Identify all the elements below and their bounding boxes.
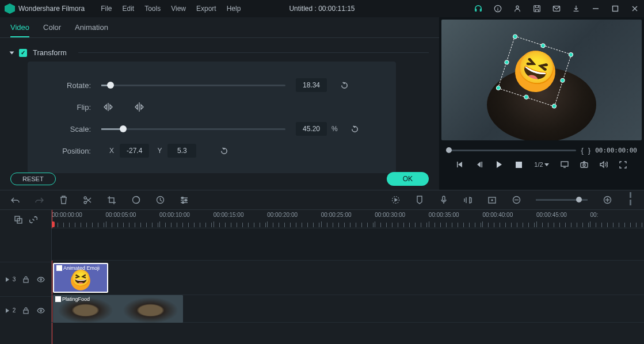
ok-button[interactable]: OK bbox=[387, 172, 429, 186]
preview-canvas[interactable] bbox=[441, 20, 642, 140]
timeline-markers-icon[interactable] bbox=[627, 192, 634, 208]
document-title: Untitled : 00:00:11:15 bbox=[289, 5, 355, 13]
account-icon[interactable] bbox=[513, 4, 522, 13]
tab-color[interactable]: Color bbox=[43, 23, 61, 37]
editor-tabs: Video Color Animation bbox=[0, 17, 439, 38]
track-lane-empty[interactable] bbox=[52, 228, 644, 261]
menu-tools[interactable]: Tools bbox=[144, 5, 161, 13]
step-back-icon[interactable] bbox=[475, 160, 483, 169]
zoom-in-icon[interactable] bbox=[603, 196, 612, 205]
snapshot-icon[interactable] bbox=[580, 160, 588, 169]
svg-point-15 bbox=[182, 201, 184, 203]
track-lane-2[interactable]: PlatingFood bbox=[52, 295, 644, 323]
speed-icon[interactable] bbox=[155, 196, 165, 205]
voiceover-icon[interactable] bbox=[439, 196, 448, 205]
close-icon[interactable] bbox=[630, 4, 639, 13]
timeline: 3 2 00:00:00:00 00:00:05:00 00:00:10:00 … bbox=[0, 209, 644, 344]
clip-label: PlatingFood bbox=[62, 296, 90, 302]
clip-type-icon bbox=[55, 296, 61, 302]
layer-panel-icon[interactable] bbox=[14, 215, 23, 224]
render-icon[interactable] bbox=[391, 196, 400, 205]
marker-icon[interactable] bbox=[415, 196, 424, 205]
preview-timecode: 00:00:00:00 bbox=[595, 147, 637, 154]
lock-icon[interactable] bbox=[21, 275, 31, 284]
svg-point-9 bbox=[84, 197, 86, 199]
lock-icon[interactable] bbox=[21, 306, 31, 315]
undo-icon[interactable] bbox=[10, 196, 20, 205]
playback-ratio[interactable]: 1/2 bbox=[534, 161, 548, 168]
scale-reset-icon[interactable] bbox=[350, 124, 360, 133]
clip-food[interactable]: PlatingFood bbox=[53, 295, 183, 323]
scale-row: Scale: 45.20 % bbox=[46, 118, 378, 140]
scale-slider[interactable] bbox=[101, 128, 285, 130]
flip-label: Flip: bbox=[46, 103, 91, 112]
time-ruler[interactable]: 00:00:00:00 00:00:05:00 00:00:10:00 00:0… bbox=[52, 210, 644, 228]
rotate-slider[interactable] bbox=[101, 85, 285, 86]
maximize-icon[interactable] bbox=[611, 4, 620, 13]
fullscreen-icon[interactable] bbox=[619, 160, 627, 169]
svg-rect-6 bbox=[561, 162, 568, 166]
x-label: X bbox=[109, 147, 114, 155]
timeline-toolbar bbox=[0, 190, 644, 209]
redo-icon[interactable] bbox=[35, 196, 44, 205]
rotate-value[interactable]: 18.34 bbox=[296, 78, 327, 92]
menu-edit[interactable]: Edit bbox=[123, 5, 135, 13]
position-reset-icon[interactable] bbox=[219, 146, 228, 155]
track-body[interactable]: 00:00:00:00 00:00:05:00 00:00:10:00 00:0… bbox=[52, 210, 644, 344]
clip-emoji[interactable]: Animated Emoji 😆 bbox=[53, 263, 108, 293]
minimize-icon[interactable] bbox=[591, 4, 600, 13]
delete-icon[interactable] bbox=[59, 196, 68, 205]
seek-bar[interactable] bbox=[446, 150, 576, 151]
menu-export[interactable]: Export bbox=[196, 5, 216, 13]
zoom-slider[interactable] bbox=[536, 199, 588, 201]
track-lane-3[interactable]: Animated Emoji 😆 bbox=[52, 261, 644, 295]
scale-value[interactable]: 45.20 bbox=[296, 122, 327, 136]
tab-video[interactable]: Video bbox=[10, 23, 29, 37]
display-icon[interactable] bbox=[561, 160, 569, 169]
transform-header[interactable]: ✓ Transform bbox=[10, 48, 429, 57]
volume-icon[interactable] bbox=[600, 160, 608, 169]
menu-help[interactable]: Help bbox=[227, 5, 241, 13]
collapse-icon[interactable] bbox=[10, 51, 14, 54]
mark-out-icon[interactable]: } bbox=[588, 146, 590, 155]
download-icon[interactable] bbox=[571, 4, 581, 13]
transform-title: Transform bbox=[33, 48, 67, 57]
zoom-out-icon[interactable] bbox=[512, 196, 521, 205]
position-x-value[interactable]: -27.4 bbox=[120, 144, 149, 158]
mixer-icon[interactable] bbox=[487, 196, 497, 205]
flip-horizontal-icon[interactable] bbox=[101, 101, 115, 113]
mark-in-icon[interactable]: { bbox=[581, 146, 583, 155]
flip-vertical-icon[interactable] bbox=[132, 101, 146, 113]
playback-controls: 1/2 bbox=[439, 158, 644, 173]
svg-point-19 bbox=[491, 200, 493, 201]
headset-icon[interactable] bbox=[474, 4, 483, 13]
reset-button[interactable]: RESET bbox=[10, 173, 56, 185]
adjust-icon[interactable] bbox=[180, 196, 189, 205]
flip-row: Flip: bbox=[46, 96, 378, 118]
mail-icon[interactable] bbox=[552, 4, 561, 13]
svg-point-25 bbox=[40, 278, 42, 280]
menu-view[interactable]: View bbox=[171, 5, 186, 13]
link-icon[interactable] bbox=[29, 215, 38, 224]
position-y-value[interactable]: 5.3 bbox=[167, 144, 196, 158]
split-icon[interactable] bbox=[83, 196, 92, 205]
timeline-options bbox=[0, 210, 51, 230]
save-icon[interactable] bbox=[532, 4, 542, 13]
visibility-icon[interactable] bbox=[36, 306, 45, 315]
svg-rect-5 bbox=[516, 162, 522, 168]
y-label: Y bbox=[157, 147, 162, 155]
tab-animation[interactable]: Animation bbox=[75, 23, 108, 37]
visibility-icon[interactable] bbox=[36, 275, 45, 284]
track-type-icon[interactable]: 2 bbox=[6, 307, 16, 314]
info-icon[interactable] bbox=[493, 4, 502, 13]
color-icon[interactable] bbox=[131, 196, 140, 205]
prev-frame-icon[interactable] bbox=[456, 160, 464, 169]
transform-checkbox[interactable]: ✓ bbox=[19, 49, 27, 57]
track-type-icon[interactable]: 3 bbox=[6, 276, 16, 282]
play-icon[interactable] bbox=[495, 160, 503, 169]
audio-sync-icon[interactable] bbox=[463, 196, 472, 205]
stop-icon[interactable] bbox=[515, 160, 523, 169]
menu-file[interactable]: File bbox=[101, 5, 112, 13]
crop-icon[interactable] bbox=[107, 196, 116, 205]
rotate-reset-icon[interactable] bbox=[340, 81, 349, 90]
